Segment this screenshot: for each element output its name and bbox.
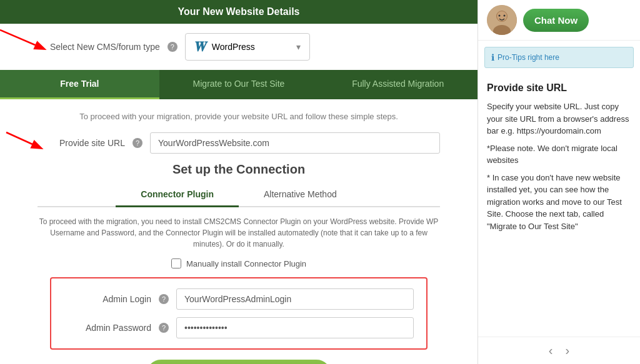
subtab-alternative-method[interactable]: Alternative Method <box>239 183 362 207</box>
page-header: Your New Website Details <box>0 0 478 24</box>
sidebar: Chat Now ℹ Pro-Tips right here Provide s… <box>478 0 640 364</box>
tab-free-trial[interactable]: Free Trial <box>0 70 159 99</box>
main-tabs-bar: Free Trial Migrate to Our Test Site Full… <box>0 70 478 99</box>
form-area: To proceed with your migration, provide … <box>0 99 478 364</box>
avatar-image <box>487 5 517 35</box>
admin-password-label: Admin Password <box>64 323 151 333</box>
tab-fully-assisted[interactable]: Fully Assisted Migration <box>318 70 478 99</box>
sub-tabs: Connector Plugin Alternative Method <box>38 183 440 207</box>
sidebar-content: Provide site URL Specify your website UR… <box>478 74 640 337</box>
sidebar-content-line-2: *Please note. We don't migrate local web… <box>487 142 631 167</box>
plugin-description: To proceed with the migration, you need … <box>38 216 440 250</box>
install-connector-button[interactable]: Install Connector Plugin <box>146 360 331 364</box>
sidebar-content-line-1: Specify your website URL. Just copy your… <box>487 101 631 137</box>
avatar <box>487 5 517 35</box>
cms-type-row: Select New CMS/forum type ? 𝑾 WordPress … <box>0 24 478 70</box>
cms-type-label: Select New CMS/forum type <box>50 42 160 52</box>
site-url-label: Provide site URL <box>38 138 125 148</box>
sidebar-content-line-3: * In case you don't have new website ins… <box>487 172 631 233</box>
pro-tips-bar: ℹ Pro-Tips right here <box>484 47 634 68</box>
chat-now-button[interactable]: Chat Now <box>523 9 589 32</box>
site-url-help-icon[interactable]: ? <box>132 138 142 148</box>
info-icon: ℹ <box>491 52 494 62</box>
arrow-install <box>62 358 138 364</box>
install-btn-row: Install Connector Plugin <box>38 360 440 364</box>
admin-password-input[interactable] <box>176 317 414 338</box>
svg-point-4 <box>499 15 501 17</box>
sidebar-content-title: Provide site URL <box>487 81 631 96</box>
cms-help-icon[interactable]: ? <box>168 42 178 52</box>
admin-credentials-box: Admin Login ? Admin Password ? <box>50 277 428 350</box>
admin-login-label: Admin Login <box>64 294 151 304</box>
manual-install-checkbox[interactable] <box>171 258 181 268</box>
avatar-svg <box>487 5 517 35</box>
chat-header: Chat Now <box>478 0 640 41</box>
chevron-down-icon: ▾ <box>296 42 301 52</box>
sidebar-nav: ‹ › <box>478 337 640 364</box>
form-description: To proceed with your migration, provide … <box>38 112 440 121</box>
site-url-row: Provide site URL ? <box>38 132 440 154</box>
setup-title: Set up the Connection <box>38 162 440 177</box>
manual-install-label: Manually install Connector Plugin <box>186 259 306 268</box>
tab-migrate-test[interactable]: Migrate to Our Test Site <box>159 70 319 99</box>
admin-password-row: Admin Password ? <box>64 317 414 338</box>
sidebar-next-button[interactable]: › <box>566 343 570 358</box>
admin-login-help-icon[interactable]: ? <box>159 294 169 304</box>
pro-tips-label: Pro-Tips right here <box>498 53 559 62</box>
admin-password-help-icon[interactable]: ? <box>159 323 169 333</box>
manual-install-row: Manually install Connector Plugin <box>38 258 440 268</box>
site-url-input[interactable] <box>150 132 440 154</box>
wordpress-icon: 𝑾 <box>194 39 207 55</box>
admin-login-row: Admin Login ? <box>64 288 414 310</box>
admin-login-input[interactable] <box>176 288 414 310</box>
cms-selected-name: WordPress <box>212 42 291 52</box>
arrow-cms <box>0 24 56 61</box>
header-title: Your New Website Details <box>178 6 299 17</box>
cms-type-select[interactable]: 𝑾 WordPress ▾ <box>185 33 310 61</box>
subtab-connector-plugin[interactable]: Connector Plugin <box>116 183 239 207</box>
svg-point-5 <box>504 15 506 17</box>
sidebar-prev-button[interactable]: ‹ <box>549 343 553 358</box>
